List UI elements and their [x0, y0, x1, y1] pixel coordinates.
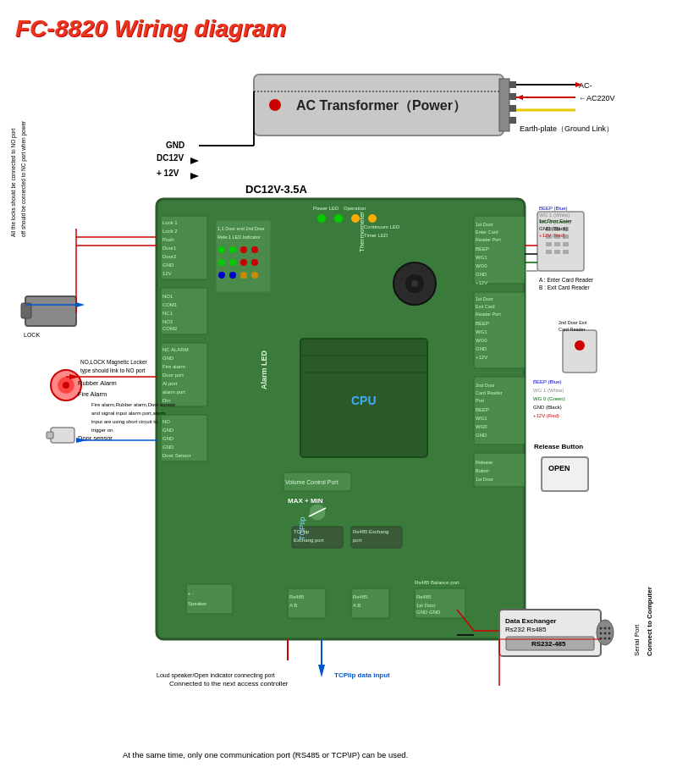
svg-point-109 [368, 214, 377, 223]
svg-rect-7 [509, 117, 516, 124]
svg-text:type should link to NO port: type should link to NO port [80, 367, 146, 374]
svg-text:WG0: WG0 [476, 338, 487, 343]
svg-text:Rs485: Rs485 [289, 594, 305, 599]
svg-rect-174 [499, 610, 601, 656]
svg-rect-149 [554, 242, 560, 246]
svg-text:Door port: Door port [162, 373, 184, 378]
svg-rect-123 [351, 527, 402, 548]
svg-text:GND: GND [162, 262, 174, 268]
svg-text:NC1: NC1 [162, 311, 173, 316]
svg-text:Release: Release [476, 460, 493, 465]
svg-text:Din: Din [162, 398, 170, 403]
svg-point-136 [251, 259, 258, 266]
svg-text:Exit Card: Exit Card [476, 304, 495, 309]
svg-text:←AC220V: ←AC220V [579, 94, 615, 102]
wiring-diagram: FC-8820 Wiring diagram AC Transformer（Po… [0, 0, 677, 784]
svg-text:Power LED: Power LED [313, 206, 339, 211]
svg-text:Al port: Al port [162, 381, 178, 386]
svg-rect-146 [554, 235, 560, 239]
svg-text:AC Transformer（Power）: AC Transformer（Power） [296, 98, 466, 113]
svg-marker-14 [575, 82, 582, 87]
svg-rect-150 [563, 242, 569, 246]
svg-text:GND: GND [162, 436, 174, 441]
svg-text:Rubber Alarm: Rubber Alarm [78, 379, 117, 387]
svg-text:COM1: COM1 [162, 302, 178, 307]
svg-text:B : Exit Card Reader: B : Exit Card Reader [539, 284, 590, 290]
svg-text:Lock 2: Lock 2 [162, 229, 178, 234]
svg-text:GND: GND [476, 272, 487, 277]
svg-text:Rele:1 LED Indicator: Rele:1 LED Indicator [217, 235, 261, 240]
svg-text:GND GND: GND GND [416, 610, 441, 615]
svg-text:GND: GND [162, 428, 174, 433]
svg-text:WG0: WG0 [476, 263, 487, 268]
svg-text:GND: GND [166, 141, 184, 150]
svg-text:Rs485: Rs485 [416, 594, 432, 599]
svg-point-131 [240, 246, 247, 253]
svg-rect-204 [47, 432, 53, 439]
svg-marker-229 [318, 665, 325, 677]
svg-rect-26 [161, 216, 207, 279]
svg-text:WG1: WG1 [476, 416, 487, 421]
svg-rect-0 [254, 75, 504, 135]
svg-marker-215 [76, 302, 85, 307]
svg-text:A B: A B [353, 603, 361, 608]
svg-text:Release Button: Release Button [534, 443, 583, 450]
svg-text:off should be connected to NC : off should be connected to NC port when … [20, 120, 27, 237]
svg-text:Alarm LED: Alarm LED [260, 350, 268, 389]
svg-point-106 [317, 214, 326, 223]
svg-text:Door sensor: Door sensor [78, 434, 113, 442]
svg-rect-57 [474, 216, 525, 284]
svg-text:NO2: NO2 [162, 319, 173, 324]
svg-point-139 [240, 272, 247, 279]
svg-rect-141 [537, 212, 584, 271]
svg-text:Card Reader: Card Reader [476, 390, 503, 395]
svg-text:GND (Black): GND (Black) [539, 226, 568, 231]
svg-rect-203 [51, 428, 74, 443]
svg-text:WG 1 (White): WG 1 (White) [539, 213, 570, 218]
svg-text:Rs485: Rs485 [353, 594, 368, 599]
svg-rect-3 [499, 79, 509, 131]
svg-text:NO1: NO1 [162, 294, 173, 299]
svg-text:Earth-plate（Ground Link）: Earth-plate（Ground Link） [520, 124, 614, 133]
svg-text:1st Door: 1st Door [416, 603, 436, 608]
svg-text:DC12V: DC12V [157, 153, 184, 163]
svg-text:Fire alarm,Rubber alarm,Door s: Fire alarm,Rubber alarm,Door sensor [91, 402, 175, 407]
svg-text:Fire alarm: Fire alarm [162, 364, 185, 369]
svg-rect-171 [542, 457, 588, 491]
svg-text:Data Exchanger: Data Exchanger [505, 617, 556, 625]
svg-point-198 [51, 370, 81, 400]
svg-text:TCPIip data input: TCPIip data input [334, 671, 390, 679]
svg-rect-90 [351, 588, 389, 618]
svg-text:Rs232  Rs485: Rs232 Rs485 [505, 626, 547, 633]
svg-rect-147 [563, 235, 569, 239]
svg-text:Reader Port: Reader Port [476, 312, 501, 317]
svg-rect-75 [474, 377, 525, 444]
svg-point-181 [604, 627, 607, 630]
svg-point-186 [600, 638, 603, 640]
svg-text:Connected to the next access c: Connected to the next access controller [169, 680, 289, 687]
svg-text:BEEP (Blue): BEEP (Blue) [539, 206, 568, 211]
svg-text:12V: 12V [162, 271, 172, 276]
svg-text:GND: GND [162, 444, 174, 450]
svg-text:trigger on.: trigger on. [91, 428, 114, 433]
svg-text:1st Door: 1st Door [476, 222, 493, 227]
svg-marker-18 [190, 157, 199, 164]
svg-point-140 [251, 272, 258, 279]
svg-text:WG1: WG1 [476, 329, 487, 334]
svg-text:LOCK: LOCK [24, 332, 40, 338]
svg-text:GND: GND [476, 433, 487, 438]
svg-text:+12V: +12V [476, 355, 487, 360]
svg-text:+12V (Red): +12V (Red) [533, 413, 559, 418]
svg-point-104 [405, 273, 425, 294]
svg-point-138 [229, 272, 236, 279]
svg-text:Lock 1: Lock 1 [162, 220, 178, 225]
svg-text:TCPIip: TCPIip [298, 516, 306, 540]
svg-rect-162 [563, 330, 597, 373]
svg-point-132 [251, 246, 258, 253]
svg-point-182 [608, 627, 611, 630]
svg-text:Loud speaker/Open indicator co: Loud speaker/Open indicator connecting p… [157, 672, 275, 679]
svg-marker-218 [69, 374, 80, 379]
svg-text:1st Door: 1st Door [476, 296, 493, 301]
svg-text:Door Sensor: Door Sensor [162, 453, 191, 458]
svg-rect-34 [161, 288, 207, 334]
